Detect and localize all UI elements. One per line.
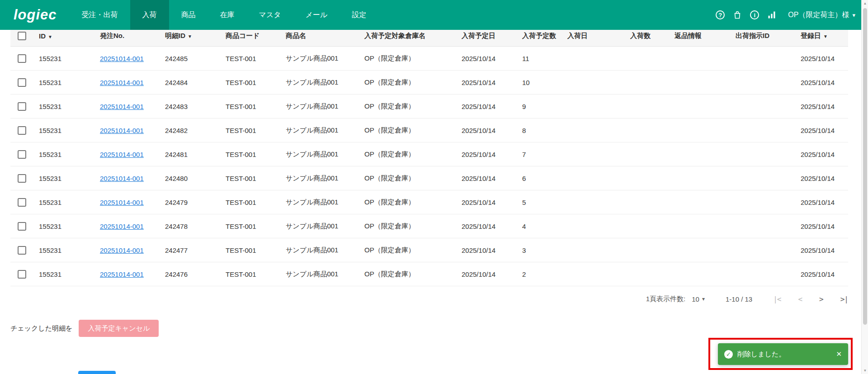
cell-arrival_date [564,214,627,238]
help-icon[interactable]: ? [716,10,725,19]
cell-expected_date: 2025/10/14 [458,166,519,190]
cell-registered_date: 2025/10/14 [797,262,848,286]
cell-arrival_qty [627,95,671,118]
next-page-button[interactable]: > [819,295,823,303]
cell-return_info [671,118,732,142]
row-checkbox[interactable] [18,102,26,111]
cell-warehouse: OP（限定倉庫） [361,238,458,262]
cell-arrival_qty [627,190,671,214]
scroll-down-icon[interactable]: ▼ [862,369,868,373]
cell-product_code: TEST-001 [222,47,282,71]
order-no-link[interactable]: 20251014-001 [100,151,144,158]
cell-order_no: 20251014-001 [96,71,161,95]
table-row: 15523120251014-001242483TEST-001サンプル商品00… [10,95,848,118]
nav-item-arrival[interactable]: 入荷 [130,0,169,30]
success-toast: ✓ 削除しました。 ✕ [718,343,848,365]
cell-shipping_instruction_id [732,118,797,142]
nav-item-master[interactable]: マスタ [247,0,293,30]
row-checkbox[interactable] [18,222,26,231]
nav-item-mail[interactable]: メール [293,0,340,30]
row-checkbox[interactable] [18,174,26,183]
cell-id: 155231 [35,262,96,286]
cell-product_name: サンプル商品001 [282,47,361,71]
cell-return_info [671,238,732,262]
last-page-button[interactable]: >| [840,295,848,303]
order-no-link[interactable]: 20251014-001 [100,223,144,230]
cell-registered_date: 2025/10/14 [797,95,848,118]
chart-icon[interactable] [767,10,777,20]
prev-page-button[interactable]: < [798,295,802,303]
row-checkbox[interactable] [18,198,26,207]
nav-item-inventory[interactable]: 在庫 [208,0,247,30]
per-page-value: 10 [692,295,699,303]
partially-visible-button[interactable] [78,371,116,374]
pagination-controls: |< < > >| [773,295,848,303]
row-checkbox[interactable] [18,246,26,255]
cell-expected_qty: 3 [519,238,564,262]
scrollbar[interactable]: ▲ ▼ [861,0,868,374]
nav-item-settings[interactable]: 設定 [340,0,378,30]
cell-expected_date: 2025/10/14 [458,238,519,262]
cell-arrival_date [564,118,627,142]
cell-detail_id: 242484 [161,71,222,95]
cell-warehouse: OP（限定倉庫） [361,118,458,142]
cell-arrival_date [564,47,627,71]
order-no-link[interactable]: 20251014-001 [100,55,144,62]
order-no-link[interactable]: 20251014-001 [100,103,144,110]
nav-item-orders-shipping[interactable]: 受注・出荷 [70,0,130,30]
row-checkbox[interactable] [18,54,26,63]
logo[interactable]: logiec [0,7,70,23]
info-icon[interactable]: i [750,10,759,19]
cell-arrival_qty [627,142,671,166]
cell-arrival_qty [627,214,671,238]
order-no-link[interactable]: 20251014-001 [100,270,144,278]
arrival-schedule-cancel-button[interactable]: 入荷予定キャンセル [79,320,159,337]
bag-icon[interactable] [732,10,742,20]
cell-detail_id: 242476 [161,262,222,286]
cell-shipping_instruction_id [732,214,797,238]
checked-items-label: チェックした明細を [10,324,72,333]
user-menu[interactable]: OP（限定荷主）様 ▾ [788,10,855,20]
footer-actions: チェックした明細を 入荷予定キャンセル [10,320,868,337]
cell-registered_date: 2025/10/14 [797,71,848,95]
select-all-checkbox[interactable] [18,32,26,40]
cell-order_no: 20251014-001 [96,214,161,238]
cell-product_code: TEST-001 [222,214,282,238]
cell-warehouse: OP（限定倉庫） [361,47,458,71]
cell-product_code: TEST-001 [222,71,282,95]
cell-shipping_instruction_id [732,95,797,118]
row-check-cell [10,118,35,142]
cell-detail_id: 242481 [161,142,222,166]
cell-return_info [671,71,732,95]
table-row: 15523120251014-001242479TEST-001サンプル商品00… [10,190,848,214]
row-check-cell [10,47,35,71]
cell-arrival_qty [627,118,671,142]
success-check-icon: ✓ [724,350,733,359]
order-no-link[interactable]: 20251014-001 [100,127,144,134]
cell-expected_date: 2025/10/14 [458,214,519,238]
row-checkbox[interactable] [18,270,26,279]
nav-item-products[interactable]: 商品 [169,0,208,30]
first-page-button[interactable]: |< [773,295,781,303]
per-page-label: 1頁表示件数: [646,295,686,303]
row-checkbox[interactable] [18,150,26,159]
cell-return_info [671,214,732,238]
close-icon[interactable]: ✕ [836,350,842,358]
scrollbar-thumb[interactable] [863,8,867,325]
cell-order_no: 20251014-001 [96,190,161,214]
table-row: 15523120251014-001242476TEST-001サンプル商品00… [10,262,848,286]
per-page-select[interactable]: 10 ▾ [692,295,705,303]
row-checkbox[interactable] [18,126,26,135]
cell-order_no: 20251014-001 [96,238,161,262]
cell-id: 155231 [35,238,96,262]
order-no-link[interactable]: 20251014-001 [100,246,144,254]
cell-product_code: TEST-001 [222,190,282,214]
order-no-link[interactable]: 20251014-001 [100,79,144,86]
cell-product_name: サンプル商品001 [282,142,361,166]
scroll-up-icon[interactable]: ▲ [862,1,868,5]
order-no-link[interactable]: 20251014-001 [100,175,144,182]
order-no-link[interactable]: 20251014-001 [100,199,144,206]
row-checkbox[interactable] [18,78,26,87]
cell-arrival_date [564,95,627,118]
cell-arrival_qty [627,262,671,286]
